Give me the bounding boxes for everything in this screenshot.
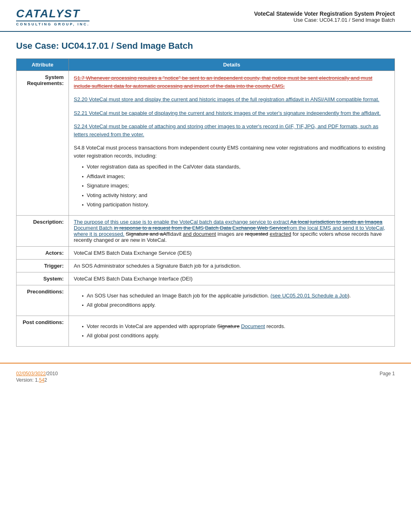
req-s4-8-text: S4.8 VoteCal must process transactions f… — [74, 145, 385, 159]
use-case-table: Attribute Details SystemRequirements: S1… — [16, 58, 395, 347]
use-case-subtitle: Use Case: UC04.17.01 / Send Image Batch — [102, 17, 395, 23]
detail-actors: VoteCal EMS Batch Data Exchange Service … — [69, 246, 395, 259]
attr-system-req: SystemRequirements: — [17, 71, 69, 216]
detail-trigger: An SOS Administrator schedules a Signatu… — [69, 259, 395, 272]
postcond-item-2: All global post conditions apply. — [82, 332, 390, 340]
req-s2-21-text: S2.21 VoteCal must be capable of display… — [74, 110, 381, 116]
list-item-5: Voting participation history. — [82, 201, 390, 209]
list-item-3: Signature images; — [82, 182, 390, 190]
detail-preconditions: An SOS User has scheduled an Image Batch… — [69, 285, 395, 316]
table-row-description: Description: The purpose of this use cas… — [17, 215, 395, 246]
table-row-system: System: VoteCal EMS Batch Data Exchange … — [17, 272, 395, 285]
detail-system-req: S1.7 Whenever processing requires a "not… — [69, 71, 395, 216]
req-s2-24: S2.24 VoteCal must be capable of attachi… — [74, 123, 390, 138]
req-s2-20-text: S2.20 VoteCal must store and display the… — [74, 96, 379, 102]
attr-preconditions: Preconditions: — [17, 285, 69, 316]
page-title: Use Case: UC04.17.01 / Send Image Batch — [16, 41, 395, 51]
project-title: VoteCal Statewide Voter Registration Sys… — [102, 10, 395, 17]
req-s2-24-text: S2.24 VoteCal must be capable of attachi… — [74, 123, 378, 137]
logo-main: CATALYST — [16, 7, 89, 20]
detail-system: VoteCal EMS Batch Data Exchange Interfac… — [69, 272, 395, 285]
list-item-2: Affidavit images; — [82, 172, 390, 181]
attr-system: System: — [17, 272, 69, 285]
attr-description: Description: — [17, 215, 69, 246]
table-row-actors: Actors: VoteCal EMS Batch Data Exchange … — [17, 246, 395, 259]
req-s1-7-text: S1.7 Whenever processing requires a "not… — [74, 75, 372, 89]
list-item-4: Voting activity history; and — [82, 191, 390, 200]
actors-text: VoteCal EMS Batch Data Exchange Service … — [74, 250, 192, 256]
req-s2-20: S2.20 VoteCal must store and display the… — [74, 96, 390, 104]
table-row-postconditions: Post conditions: Voter records in VoteCa… — [17, 316, 395, 346]
precond-item-1: An SOS User has scheduled an Image Batch… — [82, 292, 390, 300]
list-item-1: Voter registration data as specified in … — [82, 163, 390, 171]
header-right: VoteCal Statewide Voter Registration Sys… — [102, 10, 395, 23]
detail-description: The purpose of this use case is to enabl… — [69, 215, 395, 246]
footer-left: 02/0503/3022/2010 Version: 1.542 — [16, 371, 58, 383]
req-s4-8: S4.8 VoteCal must process transactions f… — [74, 144, 390, 209]
col1-header: Attribute — [17, 59, 69, 71]
req-s2-21: S2.21 VoteCal must be capable of display… — [74, 109, 390, 117]
page-footer: 02/0503/3022/2010 Version: 1.542 Page 1 — [0, 363, 411, 387]
postconditions-list: Voter records in VoteCal are appended wi… — [82, 322, 390, 340]
trigger-text: An SOS Administrator schedules a Signatu… — [74, 263, 241, 269]
attr-actors: Actors: — [17, 246, 69, 259]
detail-postconditions: Voter records in VoteCal are appended wi… — [69, 316, 395, 346]
logo-area: CATALYST CONSULTING GROUP, INC. — [16, 7, 89, 26]
footer-page: Page 1 — [380, 371, 395, 376]
footer-date: 02/0503/3022/2010 — [16, 371, 58, 376]
postcond-item-1: Voter records in VoteCal are appended wi… — [82, 322, 390, 330]
system-text: VoteCal EMS Batch Data Exchange Interfac… — [74, 276, 193, 282]
main-content: Attribute Details SystemRequirements: S1… — [0, 58, 411, 359]
page-header: CATALYST CONSULTING GROUP, INC. VoteCal … — [0, 0, 411, 32]
preconditions-list: An SOS User has scheduled an Image Batch… — [82, 292, 390, 309]
logo-sub: CONSULTING GROUP, INC. — [16, 21, 89, 26]
attr-postconditions: Post conditions: — [17, 316, 69, 346]
table-row-system-req: SystemRequirements: S1.7 Whenever proces… — [17, 71, 395, 216]
req-s1-7: S1.7 Whenever processing requires a "not… — [74, 74, 390, 90]
attr-trigger: Trigger: — [17, 259, 69, 272]
footer-version: Version: 1.542 — [16, 377, 58, 383]
col2-header: Details — [69, 59, 395, 71]
precond-item-2: All global preconditions apply. — [82, 301, 390, 309]
table-row-trigger: Trigger: An SOS Administrator schedules … — [17, 259, 395, 272]
page-title-section: Use Case: UC04.17.01 / Send Image Batch — [0, 32, 411, 58]
req-s4-8-list: Voter registration data as specified in … — [82, 163, 390, 209]
table-row-preconditions: Preconditions: An SOS User has scheduled… — [17, 285, 395, 316]
